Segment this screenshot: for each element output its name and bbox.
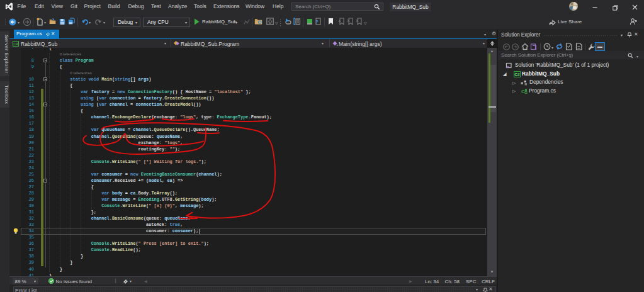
- svg-text:C#: C#: [13, 42, 18, 45]
- svg-text:C#: C#: [514, 72, 520, 76]
- svg-text:C: C: [521, 88, 525, 94]
- svg-text:a: a: [337, 43, 338, 46]
- svg-text:?: ?: [315, 19, 319, 25]
